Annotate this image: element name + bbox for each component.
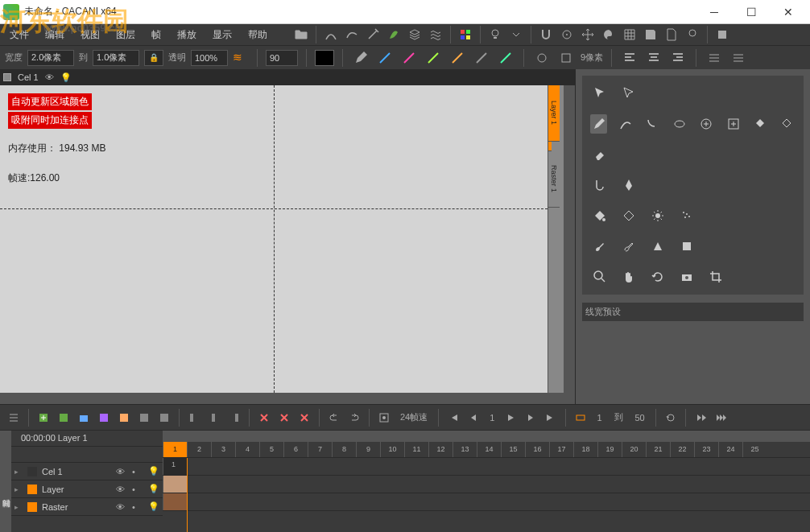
close-button[interactable]: ✕	[770, 0, 807, 24]
tl-del1-icon[interactable]	[255, 409, 273, 427]
layer-color[interactable]	[27, 485, 37, 494]
sun-icon[interactable]	[648, 206, 667, 225]
target-icon[interactable]	[557, 25, 577, 44]
dot-icon[interactable]: •	[132, 485, 143, 494]
add-cel-icon[interactable]	[35, 409, 52, 427]
eye-icon[interactable]: 👁	[116, 485, 127, 494]
frame-mark-3[interactable]: 3	[211, 442, 235, 457]
menu-frame[interactable]: 帧	[143, 26, 169, 44]
expand-icon[interactable]: ▸	[14, 485, 23, 493]
snap2-icon[interactable]	[556, 48, 576, 68]
brush1-icon[interactable]	[590, 237, 610, 256]
line4-icon[interactable]	[448, 48, 467, 68]
align3-icon[interactable]	[668, 48, 688, 68]
frame-mark-17[interactable]: 17	[549, 442, 573, 457]
magnet-icon[interactable]	[536, 25, 556, 44]
dot-icon[interactable]: •	[132, 502, 143, 512]
wave-icon[interactable]: ≋	[233, 51, 249, 65]
bucket2-icon[interactable]	[779, 114, 796, 134]
timeline-layer-layer[interactable]: ▸ Layer 👁 • 💡	[11, 480, 163, 498]
frame-mark-23[interactable]: 23	[694, 442, 718, 457]
tl-btn7-icon[interactable]	[155, 409, 173, 427]
redo-icon[interactable]	[345, 409, 363, 427]
curve2-icon[interactable]	[342, 25, 362, 44]
tl-del3-icon[interactable]	[295, 409, 313, 427]
curve-tool-icon[interactable]	[321, 25, 341, 44]
brush4-icon[interactable]	[677, 237, 696, 256]
frame-mark-20[interactable]: 20	[622, 442, 646, 457]
circle-add-icon[interactable]	[698, 114, 715, 134]
frame-mark-8[interactable]: 8	[332, 442, 356, 457]
prev-frame-icon[interactable]	[465, 409, 482, 427]
doc-icon[interactable]	[662, 25, 681, 44]
frame-mark-24[interactable]: 24	[718, 442, 742, 457]
swatch-icon[interactable]	[456, 25, 475, 44]
brush2-icon[interactable]	[619, 237, 638, 256]
timeline-layer-raster[interactable]: ▸ Raster 👁 • 💡	[11, 498, 163, 516]
ruler-layer1[interactable]: Layer 1	[548, 85, 560, 142]
opacity-input[interactable]	[191, 50, 228, 66]
grid-icon[interactable]	[620, 25, 639, 44]
expand-icon[interactable]: ▸	[14, 503, 23, 511]
layers-icon[interactable]	[405, 25, 424, 44]
frame-mark-21[interactable]: 21	[646, 442, 670, 457]
cell[interactable]	[163, 476, 187, 493]
play-icon[interactable]	[502, 409, 519, 427]
lock-toggle[interactable]: 🔒	[144, 50, 163, 66]
frame-mark-22[interactable]: 22	[670, 442, 694, 457]
ellipse-tool-icon[interactable]	[671, 114, 688, 134]
tl-btn6-icon[interactable]	[135, 409, 153, 427]
frame-mark-10[interactable]: 10	[380, 442, 404, 457]
line1-icon[interactable]	[375, 48, 395, 68]
frame-mark-16[interactable]: 16	[525, 442, 549, 457]
menu-edit[interactable]: 编辑	[37, 26, 72, 44]
align1-icon[interactable]	[620, 48, 639, 68]
tl-btn10-icon[interactable]	[225, 409, 243, 427]
snap1-icon[interactable]	[532, 48, 552, 68]
eye-icon[interactable]: 👁	[116, 467, 127, 476]
add-layer-icon[interactable]	[55, 409, 72, 427]
stack-icon[interactable]	[713, 25, 732, 44]
bulb-icon[interactable]	[486, 25, 505, 44]
onion-icon[interactable]	[375, 409, 393, 427]
rect-add-icon[interactable]	[725, 114, 742, 134]
tl-btn9-icon[interactable]	[205, 409, 223, 427]
bulb-icon[interactable]: 💡	[148, 484, 159, 494]
timeline-layer-cel-1[interactable]: ▸ Cel 1 👁 • 💡	[11, 463, 163, 480]
wand-icon[interactable]	[363, 25, 382, 44]
menu-play[interactable]: 播放	[169, 26, 205, 44]
layer-color[interactable]	[27, 502, 37, 512]
refresh-icon[interactable]	[662, 409, 680, 427]
canvas-scrollbar-v[interactable]	[564, 85, 575, 393]
align2-icon[interactable]	[644, 48, 663, 68]
bucket-icon[interactable]	[751, 114, 768, 134]
frame-mark-12[interactable]: 12	[428, 442, 453, 457]
rotate-tool-icon[interactable]	[648, 267, 667, 287]
menu-display[interactable]: 显示	[205, 26, 240, 44]
undo-icon[interactable]	[325, 409, 343, 427]
waves-icon[interactable]	[426, 25, 445, 44]
hand-tool-icon[interactable]	[619, 267, 638, 287]
minimize-button[interactable]: ─	[696, 0, 733, 24]
add-folder-icon[interactable]	[75, 409, 93, 427]
line6-icon[interactable]	[496, 48, 515, 68]
tl-menu-icon[interactable]	[5, 409, 23, 427]
menu-help[interactable]: 帮助	[240, 26, 275, 44]
zoom-tool-icon[interactable]	[590, 267, 610, 287]
eraser-tool-icon[interactable]	[590, 145, 610, 164]
panel-footer[interactable]: 线宽预设	[582, 303, 804, 321]
timeline-ruler[interactable]: 1234567891011121314151617181920212223242…	[163, 442, 810, 458]
dropdown-icon[interactable]	[506, 25, 526, 44]
pencil-icon[interactable]	[351, 48, 370, 68]
next-frame-icon[interactable]	[522, 409, 539, 427]
folder-icon[interactable]	[291, 25, 311, 44]
tab-label[interactable]: Cel 1	[18, 72, 39, 82]
skip2-icon[interactable]	[712, 409, 729, 427]
canvas[interactable]: 自动更新区域颜色 吸附同时加连接点 内存使用： 194.93 MB 帧速:126…	[0, 85, 548, 393]
leaf-icon[interactable]	[384, 25, 403, 44]
hook-tool-icon[interactable]	[590, 175, 610, 195]
menu-file[interactable]: 文件	[2, 26, 37, 44]
tl-btn8-icon[interactable]	[185, 409, 203, 427]
maximize-button[interactable]: ☐	[733, 0, 770, 24]
bulb2-icon[interactable]	[683, 25, 702, 44]
